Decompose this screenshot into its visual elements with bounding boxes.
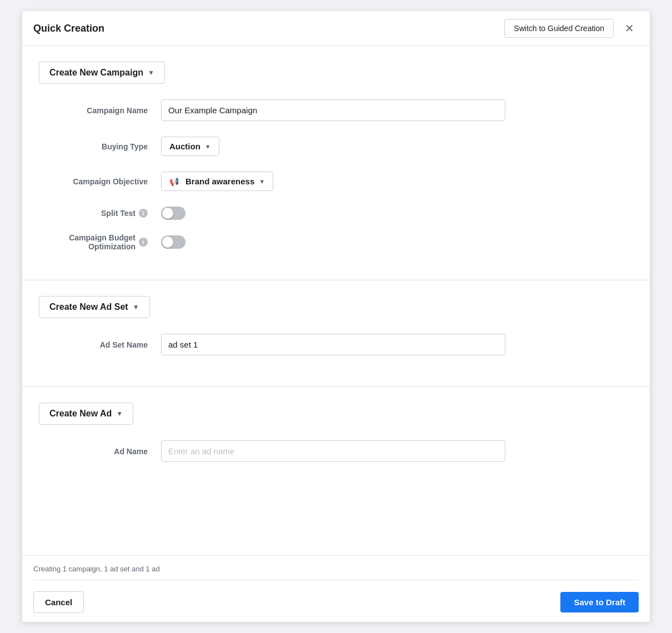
- switch-guided-button[interactable]: Switch to Guided Creation: [504, 19, 614, 38]
- ad-chevron-icon: ▼: [116, 410, 123, 418]
- create-new-ad-label: Create New Ad: [49, 409, 112, 419]
- split-test-info-icon[interactable]: i: [139, 209, 148, 218]
- create-new-campaign-button[interactable]: Create New Campaign ▼: [39, 62, 165, 84]
- objective-chevron-icon: ▼: [259, 178, 265, 185]
- ad-section: Create New Ad ▼ Ad Name: [22, 387, 650, 493]
- ad-set-name-input[interactable]: [161, 334, 505, 355]
- ad-name-row: Ad Name: [39, 440, 633, 462]
- modal-header: Quick Creation Switch to Guided Creation…: [22, 11, 650, 46]
- header-actions: Switch to Guided Creation ✕: [504, 19, 639, 38]
- ad-set-name-control: [161, 334, 505, 355]
- split-test-label-wrap: Split Test i: [39, 209, 161, 218]
- brand-awareness-icon: 📢: [169, 177, 179, 186]
- create-new-ad-set-label: Create New Ad Set: [49, 302, 128, 312]
- split-test-slider: [161, 207, 185, 220]
- ad-set-name-row: Ad Set Name: [39, 334, 633, 355]
- ad-name-label: Ad Name: [39, 447, 161, 456]
- campaign-chevron-icon: ▼: [148, 69, 154, 77]
- split-test-label: Split Test: [101, 209, 136, 218]
- campaign-objective-label: Campaign Objective: [39, 177, 161, 186]
- ad-set-name-label: Ad Set Name: [39, 340, 161, 349]
- campaign-name-row: Campaign Name: [39, 99, 633, 121]
- budget-optimization-toggle[interactable]: [161, 235, 185, 249]
- campaign-name-label: Campaign Name: [39, 106, 161, 115]
- campaign-objective-value: Brand awareness: [185, 177, 254, 186]
- modal-footer: Creating 1 campaign, 1 ad set and 1 ad C…: [22, 555, 650, 622]
- create-new-ad-button[interactable]: Create New Ad ▼: [39, 403, 133, 425]
- ad-name-control: [161, 440, 505, 462]
- ad-name-input[interactable]: [161, 440, 505, 462]
- campaign-objective-row: Campaign Objective 📢 Brand awareness ▼: [39, 172, 633, 191]
- budget-optimization-slider: [161, 235, 185, 249]
- cancel-button[interactable]: Cancel: [33, 591, 84, 613]
- budget-optimization-label: Campaign Budget Optimization: [39, 233, 136, 251]
- campaign-objective-dropdown[interactable]: 📢 Brand awareness ▼: [161, 172, 273, 191]
- buying-type-control: Auction ▼: [161, 137, 505, 156]
- create-new-ad-set-button[interactable]: Create New Ad Set ▼: [39, 296, 150, 318]
- modal-title: Quick Creation: [33, 23, 104, 34]
- campaign-name-input[interactable]: [161, 99, 505, 121]
- footer-divider: [33, 580, 639, 580]
- modal-content: Create New Campaign ▼ Campaign Name Buyi…: [22, 46, 650, 555]
- campaign-name-control: [161, 99, 505, 121]
- campaign-section: Create New Campaign ▼ Campaign Name Buyi…: [22, 46, 650, 280]
- footer-summary: Creating 1 campaign, 1 ad set and 1 ad: [33, 565, 639, 573]
- close-button[interactable]: ✕: [620, 21, 639, 36]
- split-test-toggle[interactable]: [161, 207, 185, 220]
- budget-optimization-row: Campaign Budget Optimization i: [39, 233, 633, 251]
- buying-type-value: Auction: [169, 142, 200, 151]
- campaign-objective-control: 📢 Brand awareness ▼: [161, 172, 505, 191]
- save-draft-button[interactable]: Save to Draft: [560, 592, 639, 612]
- ad-set-chevron-icon: ▼: [133, 303, 139, 311]
- ad-set-section: Create New Ad Set ▼ Ad Set Name: [22, 280, 650, 386]
- split-test-row: Split Test i: [39, 207, 633, 220]
- budget-optimization-info-icon[interactable]: i: [139, 238, 148, 247]
- buying-type-row: Buying Type Auction ▼: [39, 137, 633, 156]
- quick-creation-modal: Quick Creation Switch to Guided Creation…: [22, 11, 650, 622]
- buying-type-dropdown[interactable]: Auction ▼: [161, 137, 219, 156]
- footer-actions: Cancel Save to Draft: [33, 591, 639, 613]
- create-new-campaign-label: Create New Campaign: [49, 68, 143, 78]
- buying-type-chevron-icon: ▼: [205, 143, 211, 150]
- buying-type-label: Buying Type: [39, 142, 161, 151]
- budget-optimization-label-wrap: Campaign Budget Optimization i: [39, 233, 161, 251]
